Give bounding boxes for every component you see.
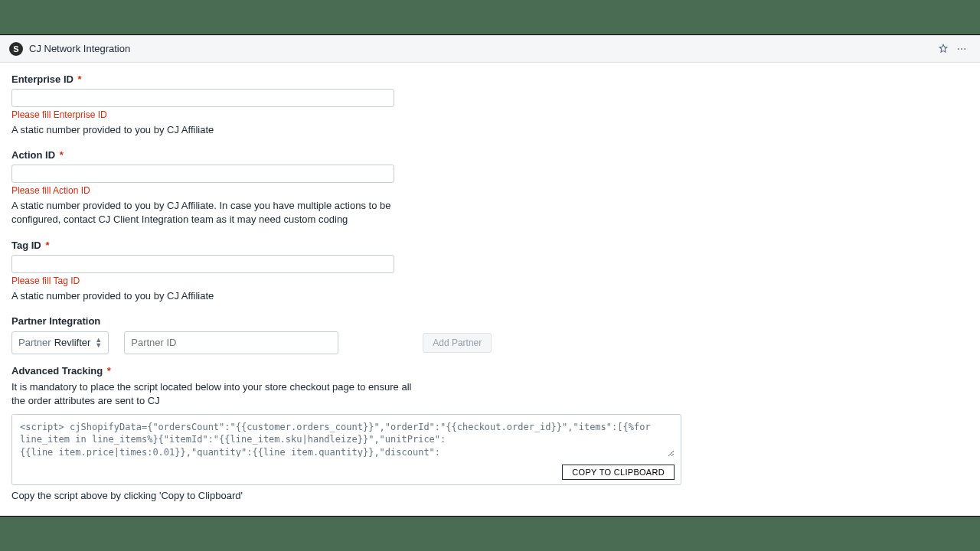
svg-point-1 (961, 48, 962, 50)
enterprise-id-error: Please fill Enterprise ID (11, 109, 417, 120)
copy-help: Copy the script above by clicking 'Copy … (11, 490, 969, 501)
enterprise-id-input[interactable] (11, 89, 394, 107)
chevron-updown-icon: ▲▼ (95, 337, 102, 348)
advanced-tracking-section: Advanced Tracking * It is mandatory to p… (11, 365, 969, 501)
advanced-tracking-help: It is mandatory to place the script loca… (11, 380, 425, 408)
tag-id-field: Tag ID * Please fill Tag ID A static num… (11, 240, 417, 303)
action-id-field: Action ID * Please fill Action ID A stat… (11, 149, 417, 227)
tag-id-input[interactable] (11, 255, 394, 273)
partner-integration-section: Partner Integration Partner Revlifter ▲▼… (11, 315, 969, 354)
svg-point-2 (964, 48, 965, 50)
action-id-label: Action ID * (11, 149, 417, 161)
topbar: S CJ Network Integration (0, 35, 980, 63)
partner-integration-label: Partner Integration (11, 315, 969, 327)
app-logo: S (9, 42, 23, 56)
enterprise-id-field: Enterprise ID * Please fill Enterprise I… (11, 73, 417, 137)
script-textarea[interactable] (12, 415, 675, 458)
partner-select[interactable]: Partner Revlifter ▲▼ (11, 331, 109, 354)
script-box: COPY TO CLIPBOARD (11, 414, 681, 485)
enterprise-id-help: A static number provided to you by CJ Af… (11, 123, 417, 137)
app-title: CJ Network Integration (29, 43, 130, 54)
next-steps: NEXT STEPS: Paste the copied text in Set… (11, 515, 969, 516)
add-partner-button[interactable]: Add Partner (423, 333, 492, 353)
action-id-help: A static number provided to you by CJ Af… (11, 199, 417, 227)
partner-id-input[interactable] (124, 331, 338, 354)
pin-icon[interactable] (934, 40, 952, 58)
tag-id-error: Please fill Tag ID (11, 276, 417, 286)
more-icon[interactable] (952, 40, 971, 58)
tag-id-help: A static number provided to you by CJ Af… (11, 289, 417, 303)
advanced-tracking-label: Advanced Tracking * (11, 365, 969, 377)
tag-id-label: Tag ID * (11, 240, 417, 251)
svg-point-0 (958, 48, 959, 50)
action-id-error: Please fill Action ID (11, 185, 417, 196)
enterprise-id-label: Enterprise ID * (11, 73, 417, 85)
copy-to-clipboard-button[interactable]: COPY TO CLIPBOARD (562, 465, 675, 480)
action-id-input[interactable] (11, 165, 394, 183)
next-steps-header: NEXT STEPS: (11, 515, 969, 516)
